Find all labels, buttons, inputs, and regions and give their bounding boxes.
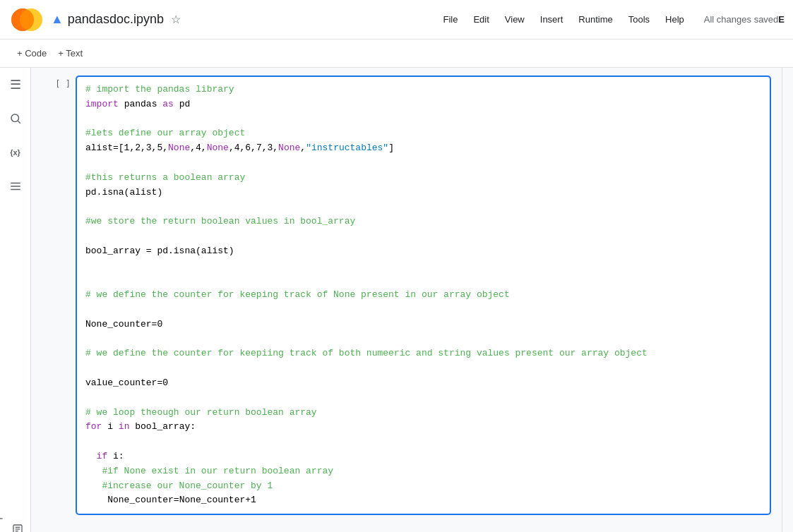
console-bottom-icon[interactable] bbox=[12, 524, 23, 532]
notebook-title-area: ▲ pandasdoc.ipynb ☆ bbox=[51, 12, 436, 27]
account-icon[interactable]: E bbox=[778, 14, 785, 25]
menu-bar: File Edit View Insert Runtime Tools Help… bbox=[436, 11, 778, 28]
right-panel bbox=[782, 68, 793, 532]
add-code-button[interactable]: + Code bbox=[11, 45, 52, 61]
menu-insert[interactable]: Insert bbox=[539, 11, 565, 28]
sidebar: ☰ {x} bbox=[0, 68, 31, 532]
co-logo-icon bbox=[10, 3, 44, 37]
notebook-title[interactable]: pandasdoc.ipynb bbox=[68, 12, 164, 27]
menu-edit[interactable]: Edit bbox=[472, 11, 490, 28]
cell-body[interactable]: # import the pandas library import panda… bbox=[76, 76, 770, 514]
bottom-bar: ● bbox=[0, 504, 31, 532]
star-icon[interactable]: ☆ bbox=[171, 13, 181, 26]
main-container: ☰ {x} [ ] # import the pandas library im… bbox=[0, 68, 793, 532]
code-block: # import the pandas library import panda… bbox=[85, 83, 761, 508]
add-text-button[interactable]: + Text bbox=[52, 45, 88, 61]
terminal-bottom-icon[interactable] bbox=[0, 512, 6, 525]
menu-view[interactable]: View bbox=[503, 11, 526, 28]
topbar: ▲ pandasdoc.ipynb ☆ File Edit View Inser… bbox=[0, 0, 793, 40]
search-sidebar-icon[interactable] bbox=[4, 107, 27, 130]
menu-sidebar-icon[interactable]: ☰ bbox=[4, 73, 27, 96]
variables-sidebar-icon[interactable]: {x} bbox=[4, 141, 27, 164]
content: [ ] # import the pandas library import p… bbox=[31, 68, 793, 532]
menu-help[interactable]: Help bbox=[664, 11, 686, 28]
toolbar: + Code + Text bbox=[0, 40, 793, 68]
logo bbox=[8, 1, 45, 38]
cell-run-status: [ ] bbox=[55, 79, 71, 89]
all-changes-saved: All changes saved bbox=[704, 14, 779, 25]
code-cell: [ ] # import the pandas library import p… bbox=[31, 76, 782, 514]
svg-point-3 bbox=[11, 114, 19, 122]
menu-runtime[interactable]: Runtime bbox=[577, 11, 614, 28]
cell-gutter: [ ] bbox=[31, 76, 76, 89]
cell-area[interactable]: [ ] # import the pandas library import p… bbox=[31, 68, 782, 532]
svg-line-4 bbox=[18, 121, 20, 123]
svg-point-2 bbox=[11, 8, 34, 31]
menu-tools[interactable]: Tools bbox=[627, 11, 651, 28]
menu-file[interactable]: File bbox=[441, 11, 459, 28]
files-sidebar-icon[interactable] bbox=[4, 175, 27, 198]
drive-icon: ▲ bbox=[51, 12, 64, 27]
